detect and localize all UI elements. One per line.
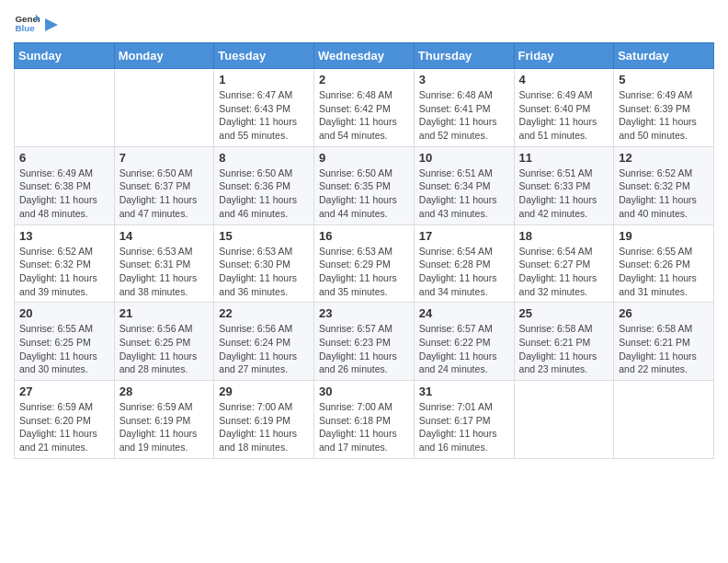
calendar-cell: 25Sunrise: 6:58 AM Sunset: 6:21 PM Dayli…: [514, 303, 614, 381]
day-info: Sunrise: 6:54 AM Sunset: 6:28 PM Dayligh…: [419, 245, 509, 299]
calendar-cell: [15, 69, 115, 147]
day-info: Sunrise: 6:50 AM Sunset: 6:36 PM Dayligh…: [219, 167, 309, 221]
calendar-cell: 9Sunrise: 6:50 AM Sunset: 6:35 PM Daylig…: [314, 146, 415, 224]
weekday-header-wednesday: Wednesday: [314, 43, 415, 69]
day-number: 12: [619, 151, 709, 165]
day-number: 27: [19, 385, 109, 398]
calendar-cell: 27Sunrise: 6:59 AM Sunset: 6:20 PM Dayli…: [15, 381, 115, 459]
calendar-cell: 10Sunrise: 6:51 AM Sunset: 6:34 PM Dayli…: [414, 146, 514, 224]
day-info: Sunrise: 6:50 AM Sunset: 6:35 PM Dayligh…: [319, 167, 409, 221]
day-info: Sunrise: 7:01 AM Sunset: 6:17 PM Dayligh…: [419, 400, 509, 454]
day-number: 28: [119, 385, 210, 398]
day-info: Sunrise: 6:47 AM Sunset: 6:43 PM Dayligh…: [219, 88, 309, 143]
calendar-cell: 21Sunrise: 6:56 AM Sunset: 6:25 PM Dayli…: [114, 303, 214, 381]
calendar-cell: 7Sunrise: 6:50 AM Sunset: 6:37 PM Daylig…: [114, 146, 214, 224]
calendar-cell: 28Sunrise: 6:59 AM Sunset: 6:19 PM Dayli…: [114, 381, 214, 459]
calendar-cell: 17Sunrise: 6:54 AM Sunset: 6:28 PM Dayli…: [414, 224, 514, 303]
day-info: Sunrise: 6:51 AM Sunset: 6:34 PM Dayligh…: [419, 167, 509, 221]
calendar-cell: [614, 381, 714, 459]
calendar-cell: 22Sunrise: 6:56 AM Sunset: 6:24 PM Dayli…: [214, 303, 314, 381]
day-number: 9: [319, 151, 409, 165]
weekday-header-thursday: Thursday: [414, 43, 514, 69]
weekday-header-saturday: Saturday: [614, 43, 714, 69]
day-number: 20: [19, 306, 109, 320]
calendar-cell: 13Sunrise: 6:52 AM Sunset: 6:32 PM Dayli…: [15, 224, 115, 303]
day-info: Sunrise: 7:00 AM Sunset: 6:18 PM Dayligh…: [319, 400, 409, 454]
calendar-cell: 16Sunrise: 6:53 AM Sunset: 6:29 PM Dayli…: [314, 224, 415, 303]
day-number: 31: [419, 385, 509, 398]
day-info: Sunrise: 6:48 AM Sunset: 6:41 PM Dayligh…: [419, 88, 509, 143]
day-info: Sunrise: 6:58 AM Sunset: 6:21 PM Dayligh…: [619, 322, 709, 376]
day-number: 26: [619, 306, 709, 320]
day-info: Sunrise: 7:00 AM Sunset: 6:19 PM Dayligh…: [219, 400, 309, 454]
day-number: 21: [119, 306, 210, 320]
day-number: 19: [619, 229, 709, 243]
day-number: 17: [419, 229, 509, 243]
calendar-header-row: SundayMondayTuesdayWednesdayThursdayFrid…: [15, 43, 714, 69]
day-number: 13: [19, 229, 109, 243]
day-number: 2: [319, 73, 409, 86]
day-info: Sunrise: 6:49 AM Sunset: 6:40 PM Dayligh…: [519, 88, 609, 143]
calendar-cell: 5Sunrise: 6:49 AM Sunset: 6:39 PM Daylig…: [614, 69, 714, 147]
day-number: 25: [519, 306, 609, 320]
calendar-cell: 11Sunrise: 6:51 AM Sunset: 6:33 PM Dayli…: [514, 146, 614, 224]
day-number: 6: [19, 151, 109, 165]
day-number: 1: [219, 73, 309, 86]
day-info: Sunrise: 6:51 AM Sunset: 6:33 PM Dayligh…: [519, 167, 609, 221]
day-info: Sunrise: 6:53 AM Sunset: 6:29 PM Dayligh…: [319, 245, 409, 299]
calendar-cell: 12Sunrise: 6:52 AM Sunset: 6:32 PM Dayli…: [614, 146, 714, 224]
svg-text:Blue: Blue: [15, 23, 35, 33]
day-info: Sunrise: 6:54 AM Sunset: 6:27 PM Dayligh…: [519, 245, 609, 299]
calendar-cell: [514, 381, 614, 459]
day-info: Sunrise: 6:49 AM Sunset: 6:39 PM Dayligh…: [619, 88, 709, 143]
day-info: Sunrise: 6:57 AM Sunset: 6:22 PM Dayligh…: [419, 322, 509, 376]
day-number: 3: [419, 73, 509, 86]
day-number: 23: [319, 306, 409, 320]
calendar-cell: 14Sunrise: 6:53 AM Sunset: 6:31 PM Dayli…: [114, 224, 214, 303]
calendar-cell: 8Sunrise: 6:50 AM Sunset: 6:36 PM Daylig…: [214, 146, 314, 224]
day-info: Sunrise: 6:59 AM Sunset: 6:20 PM Dayligh…: [19, 400, 109, 454]
day-number: 11: [519, 151, 609, 165]
day-number: 15: [219, 229, 309, 243]
calendar-week-row: 1Sunrise: 6:47 AM Sunset: 6:43 PM Daylig…: [15, 69, 714, 147]
day-info: Sunrise: 6:59 AM Sunset: 6:19 PM Dayligh…: [119, 400, 210, 454]
day-info: Sunrise: 6:50 AM Sunset: 6:37 PM Dayligh…: [119, 167, 210, 221]
day-info: Sunrise: 6:53 AM Sunset: 6:30 PM Dayligh…: [219, 245, 309, 299]
day-number: 16: [319, 229, 409, 243]
calendar-cell: 3Sunrise: 6:48 AM Sunset: 6:41 PM Daylig…: [414, 69, 514, 147]
calendar-cell: 15Sunrise: 6:53 AM Sunset: 6:30 PM Dayli…: [214, 224, 314, 303]
day-info: Sunrise: 6:52 AM Sunset: 6:32 PM Dayligh…: [19, 245, 109, 299]
weekday-header-friday: Friday: [514, 43, 614, 69]
calendar-cell: 29Sunrise: 7:00 AM Sunset: 6:19 PM Dayli…: [214, 381, 314, 459]
calendar-cell: 30Sunrise: 7:00 AM Sunset: 6:18 PM Dayli…: [314, 381, 415, 459]
svg-marker-3: [45, 18, 58, 31]
day-number: 5: [619, 73, 709, 86]
day-number: 24: [419, 306, 509, 320]
logo-icon: General Blue: [14, 9, 40, 35]
calendar-cell: 1Sunrise: 6:47 AM Sunset: 6:43 PM Daylig…: [214, 69, 314, 147]
calendar-cell: [114, 69, 214, 147]
calendar-week-row: 27Sunrise: 6:59 AM Sunset: 6:20 PM Dayli…: [15, 381, 714, 459]
day-number: 18: [519, 229, 609, 243]
day-info: Sunrise: 6:55 AM Sunset: 6:26 PM Dayligh…: [619, 245, 709, 299]
day-number: 22: [219, 306, 309, 320]
day-info: Sunrise: 6:49 AM Sunset: 6:38 PM Dayligh…: [19, 167, 109, 221]
page-header: General Blue: [14, 9, 714, 35]
calendar-cell: 31Sunrise: 7:01 AM Sunset: 6:17 PM Dayli…: [414, 381, 514, 459]
day-info: Sunrise: 6:53 AM Sunset: 6:31 PM Dayligh…: [119, 245, 210, 299]
logo: General Blue: [14, 9, 60, 35]
calendar-cell: 20Sunrise: 6:55 AM Sunset: 6:25 PM Dayli…: [15, 303, 115, 381]
day-number: 7: [119, 151, 210, 165]
weekday-header-sunday: Sunday: [15, 43, 115, 69]
calendar-cell: 2Sunrise: 6:48 AM Sunset: 6:42 PM Daylig…: [314, 69, 415, 147]
day-info: Sunrise: 6:57 AM Sunset: 6:23 PM Dayligh…: [319, 322, 409, 376]
day-info: Sunrise: 6:55 AM Sunset: 6:25 PM Dayligh…: [19, 322, 109, 376]
calendar-cell: 19Sunrise: 6:55 AM Sunset: 6:26 PM Dayli…: [614, 224, 714, 303]
day-number: 8: [219, 151, 309, 165]
calendar-cell: 4Sunrise: 6:49 AM Sunset: 6:40 PM Daylig…: [514, 69, 614, 147]
calendar-cell: 26Sunrise: 6:58 AM Sunset: 6:21 PM Dayli…: [614, 303, 714, 381]
day-number: 10: [419, 151, 509, 165]
calendar-cell: 18Sunrise: 6:54 AM Sunset: 6:27 PM Dayli…: [514, 224, 614, 303]
logo-arrow-icon: [43, 15, 60, 35]
calendar-cell: 23Sunrise: 6:57 AM Sunset: 6:23 PM Dayli…: [314, 303, 415, 381]
